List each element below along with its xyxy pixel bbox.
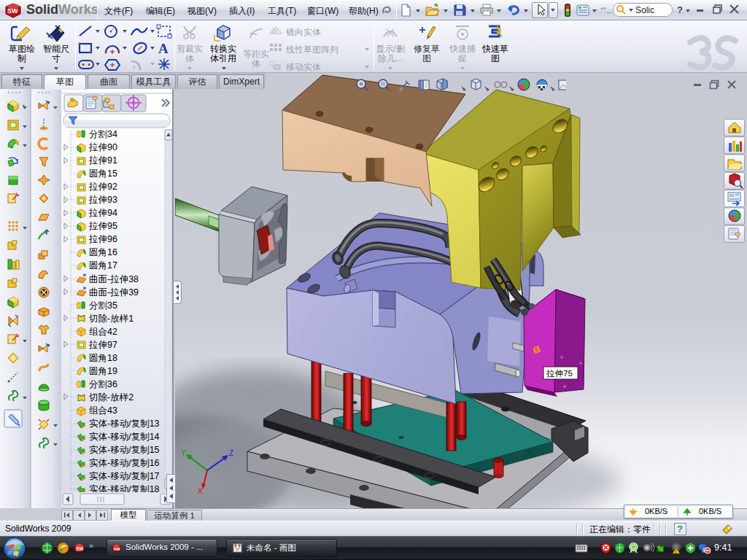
svg-text:拉伸90: 拉伸90: [88, 142, 117, 152]
svg-text:X: X: [198, 487, 203, 495]
svg-text:实体-移动/复制17: 实体-移动/复制17: [89, 471, 160, 481]
svg-text:圆角18: 圆角18: [89, 353, 117, 363]
svg-text:Y: Y: [181, 449, 186, 457]
svg-text:分割35: 分割35: [89, 300, 117, 311]
svg-text:SW: SW: [76, 546, 84, 551]
svg-text:拉伸75: 拉伸75: [546, 369, 573, 378]
svg-text:拉伸97: 拉伸97: [88, 340, 117, 350]
svg-text:实体-移动/复制13: 实体-移动/复制13: [89, 419, 160, 429]
svg-text:圆角19: 圆角19: [89, 366, 117, 376]
svg-text:拉伸95: 拉伸95: [88, 221, 117, 231]
svg-text:Z: Z: [229, 449, 233, 457]
svg-text:实体-移动/复制16: 实体-移动/复制16: [89, 458, 160, 468]
svg-text:分割36: 分割36: [89, 379, 117, 389]
svg-text:SW: SW: [7, 7, 18, 15]
svg-text:拉伸91: 拉伸91: [88, 155, 117, 166]
svg-text:实体-移动/复制15: 实体-移动/复制15: [89, 445, 160, 455]
svg-text:拉伸92: 拉伸92: [88, 182, 117, 192]
svg-text:圆角15: 圆角15: [89, 168, 117, 179]
svg-text:切除-放样2: 切除-放样2: [88, 392, 133, 402]
svg-text:SW: SW: [114, 547, 121, 551]
svg-text:CH: CH: [578, 545, 581, 547]
svg-text:圆角17: 圆角17: [89, 260, 117, 271]
svg-text:切除-放样1: 切除-放样1: [88, 314, 133, 324]
svg-text:分割34: 分割34: [89, 129, 117, 139]
svg-text:A: A: [158, 41, 169, 56]
svg-text:组合43: 组合43: [89, 405, 117, 416]
svg-text:拉伸94: 拉伸94: [88, 208, 117, 218]
svg-text:拉伸96: 拉伸96: [88, 234, 117, 244]
svg-text:组合42: 组合42: [89, 327, 117, 337]
svg-text:曲面-拉伸38: 曲面-拉伸38: [89, 274, 139, 284]
svg-text:圆角16: 圆角16: [89, 247, 117, 257]
svg-text:实体-移动/复制14: 实体-移动/复制14: [89, 432, 160, 442]
svg-text:拉伸93: 拉伸93: [88, 195, 117, 205]
svg-text:曲面-拉伸39: 曲面-拉伸39: [89, 287, 139, 298]
